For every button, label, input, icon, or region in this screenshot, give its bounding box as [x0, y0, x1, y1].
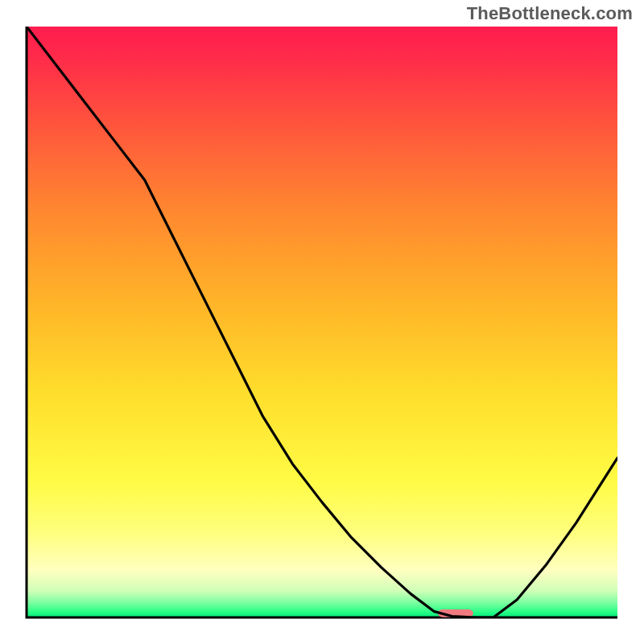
chart-container: TheBottleneck.com [0, 0, 644, 644]
watermark-label: TheBottleneck.com [467, 3, 633, 24]
bottleneck-chart [0, 0, 644, 644]
plot-bg [27, 27, 617, 617]
